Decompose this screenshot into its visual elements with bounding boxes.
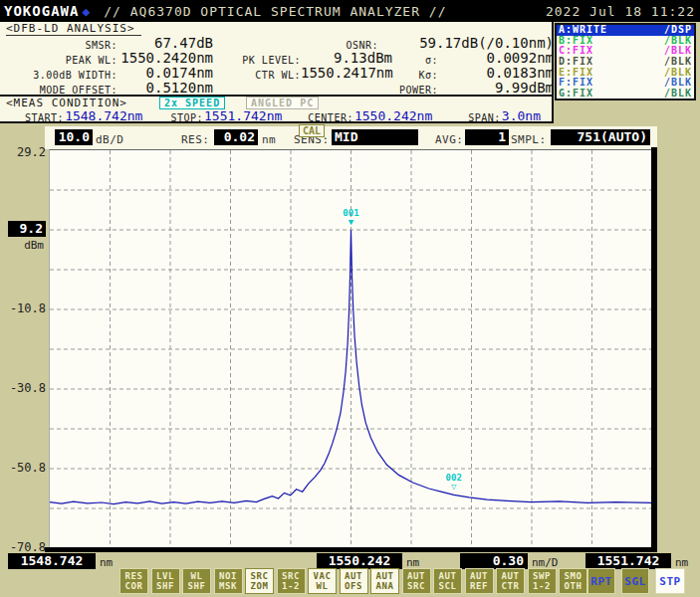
softkey-vac-wl[interactable]: VACWL [308, 568, 337, 594]
level-scale-readout: 10.0 [55, 129, 93, 145]
trace-display-status: /BLK [664, 89, 692, 99]
x-axis-stop-readout: 1551.742 [585, 553, 671, 569]
analysis-field-value: 9.13dBm [301, 50, 392, 66]
trace-display-status: /BLK [664, 68, 692, 78]
analysis-field-value: 1550.2417nm [301, 65, 392, 81]
softkey-swp-1-2[interactable]: SWP1-2 [528, 568, 557, 594]
start-label: START: [25, 112, 64, 123]
sampling-readout: 751(AUTO) [551, 129, 650, 145]
title-bar: YOKOGAWA ◆ // AQ6370D OPTICAL SPECTRUM A… [0, 0, 700, 22]
trace-display-status: /BLK [664, 46, 692, 56]
analysis-field-label: POWER: [213, 85, 438, 96]
plot-right-border [651, 147, 657, 552]
analysis-field-value: 0.5120nm [117, 80, 213, 96]
y-axis-tick: -10.8 [0, 301, 46, 315]
analysis-field-label: PK LEVEL: [213, 55, 301, 66]
trace-display-status: /BLK [664, 57, 692, 67]
ref-level-readout: 9.2 [8, 221, 46, 237]
span-value: 3.0nm [502, 108, 541, 123]
center-label: CENTER: [308, 112, 353, 123]
softkey-src-1-2[interactable]: SRC1-2 [277, 568, 306, 594]
settings-strip: 10.0 dB/D RES: 0.02 nm SENS: MID AVG: 1 … [45, 126, 657, 149]
analysis-field-value: 0.0183nm [438, 65, 554, 81]
dfb-analysis-fields: SMSR: 67.47dB OSNR: 59.17dB(/0.10nm) PEA… [0, 35, 554, 95]
meas-condition-panel: <MEAS CONDITION> 2x SPEED ANGLED PC STAR… [0, 97, 554, 123]
peak-marker-002: 002▽ [446, 474, 462, 492]
softkey-wl-shf[interactable]: WLSHF [182, 568, 211, 594]
trace-name: G:FIX [559, 89, 593, 99]
dfb-analysis-panel: <DFB-LD ANALYSIS> SMSR: 67.47dB OSNR: 59… [0, 22, 554, 97]
level-scale-unit: dB/D [96, 133, 124, 146]
app-title: // AQ6370D OPTICAL SPECTRUM ANALYZER // [104, 4, 446, 19]
diamond-icon: ◆ [82, 4, 90, 19]
trace-name: F:FIX [559, 78, 593, 88]
analysis-field-label: SMSR: [0, 40, 117, 51]
sensitivity-readout: MID [332, 129, 418, 145]
softkey-src-zom[interactable]: SRCZOM [245, 568, 274, 594]
analysis-field-label: σ: [392, 55, 438, 66]
start-value: 1548.742nm [65, 108, 142, 123]
spectrum-plot-area[interactable]: 001▼002▽ [49, 149, 652, 548]
softkey-sgl[interactable]: SGL [621, 568, 649, 594]
trace-row-f[interactable]: F:FIX/BLK [557, 78, 694, 89]
x-axis-start-unit: nm [100, 556, 113, 569]
cal-badge: CAL [299, 124, 325, 137]
analysis-field-label: 3.00dB WIDTH: [0, 70, 117, 81]
softkey-aut-ofs[interactable]: AUTOFS [340, 568, 368, 594]
brand-logo: YOKOGAWA [4, 3, 79, 19]
stop-label: STOP: [170, 112, 203, 123]
softkey-noi-msk[interactable]: NOIMSK [214, 568, 243, 594]
y-axis-tick: -50.8 [0, 461, 46, 475]
softkey-rpt[interactable]: RPT [587, 568, 615, 594]
trace-name: D:FIX [559, 57, 593, 67]
softkey-res-cor[interactable]: RESCOR [119, 568, 148, 594]
y-axis-unit: dBm [0, 239, 44, 252]
analysis-field-value: 59.17dB(/0.10nm) [378, 35, 554, 51]
trace-name: E:FIX [559, 68, 593, 78]
dfb-analysis-heading: <DFB-LD ANALYSIS> [6, 22, 141, 36]
x-axis-per-div-readout: 0.30 [460, 553, 528, 569]
stop-value: 1551.742nm [204, 108, 282, 123]
analysis-row: 3.00dB WIDTH: 0.0174nm CTR WL: 1550.2417… [0, 65, 554, 80]
span-label: SPAN: [468, 112, 501, 123]
trace-status-panel: A:WRITE/DSPB:FIX/BLKC:FIX/BLKD:FIX/BLKE:… [555, 23, 696, 100]
analysis-row: MODE OFFSET: 0.5120nm POWER: 9.99dBm [0, 80, 554, 95]
softkey-lvl-shf[interactable]: LVLSHF [151, 568, 180, 594]
average-readout: 1 [465, 129, 509, 145]
resolution-readout: 0.02 [214, 129, 258, 145]
softkey-stp[interactable]: STP [655, 568, 685, 594]
trace-display-status: /DSP [664, 25, 692, 35]
trace-name: B:FIX [559, 36, 593, 46]
analysis-field-value: 0.0092nm [438, 50, 554, 66]
analysis-field-value: 1550.2420nm [117, 50, 213, 66]
softkey-aut-scl[interactable]: AUTSCL [433, 568, 462, 594]
analysis-field-label: MODE OFFSET: [0, 85, 117, 96]
analysis-field-value: 0.0174nm [117, 65, 213, 81]
trace-display-status: /BLK [664, 36, 692, 46]
analysis-row: PEAK WL: 1550.2420nm PK LEVEL: 9.13dBm σ… [0, 50, 554, 65]
analysis-row: SMSR: 67.47dB OSNR: 59.17dB(/0.10nm) [0, 35, 554, 50]
resolution-unit: nm [262, 133, 276, 146]
analysis-field-value: 9.99dBm [438, 80, 554, 96]
sampling-label: SMPL: [511, 133, 547, 146]
average-label: AVG: [435, 133, 464, 146]
analysis-field-label: CTR WL: [213, 70, 301, 81]
softkey-aut-src[interactable]: AUTSRC [402, 568, 431, 594]
center-value: 1550.242nm [354, 108, 432, 123]
osa-screen: YOKOGAWA ◆ // AQ6370D OPTICAL SPECTRUM A… [0, 0, 700, 597]
y-axis-top-tick: 29.2 [0, 145, 46, 159]
softkey-smo-oth[interactable]: SMOOTH [559, 568, 587, 594]
y-axis-tick: -70.8 [0, 540, 46, 554]
softkey-aut-ctr[interactable]: AUTCTR [496, 568, 525, 594]
softkey-aut-ref[interactable]: AUTREF [465, 568, 494, 594]
x-axis-start-readout: 1548.742 [8, 553, 96, 569]
clock: 2022 Jul 18 11:22 [546, 4, 695, 19]
y-axis-tick: -30.8 [0, 381, 46, 395]
trace-row-g[interactable]: G:FIX/BLK [557, 89, 694, 100]
trace-row-d[interactable]: D:FIX/BLK [557, 57, 694, 68]
softkey-aut-ana[interactable]: AUTANA [370, 568, 399, 594]
trace-row-a[interactable]: A:WRITE/DSP [557, 25, 694, 36]
trace-display-status: /BLK [664, 78, 692, 88]
analysis-field-label: PEAK WL: [0, 55, 117, 66]
analysis-field-value: 67.47dB [117, 35, 213, 51]
